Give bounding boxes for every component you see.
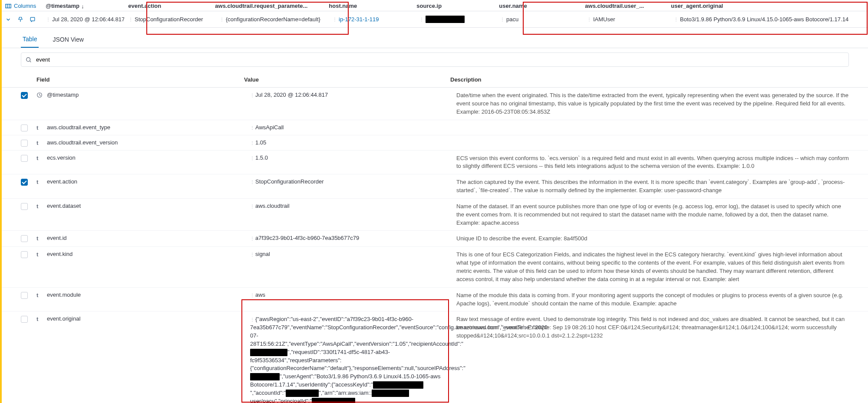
col-request[interactable]: aws.cloudtrail.request_paramete... — [211, 3, 324, 9]
col-action[interactable]: event.action — [124, 3, 211, 9]
field-desc — [456, 139, 849, 139]
field-value: ⋮aws — [250, 291, 456, 298]
header-value: Value — [244, 76, 450, 83]
grip-icon[interactable]: ⋮ — [129, 17, 133, 22]
details-header: Field Value Description — [2, 70, 868, 88]
field-name: @timestamp — [47, 91, 250, 98]
pin-icon[interactable] — [17, 16, 23, 23]
field-value: ⋮a7f39c23-9b01-4f3c-b960-7ea35b677c79 — [250, 234, 456, 241]
field-value: ⋮1.5.0 — [250, 154, 456, 161]
fields-list: @timestamp⋮Jul 28, 2020 @ 12:06:44.817Da… — [2, 88, 868, 311]
col-host[interactable]: host.name — [324, 3, 412, 9]
grip-icon[interactable]: ⋮ — [250, 156, 254, 161]
view-tabs: Table JSON View — [2, 30, 868, 48]
field-desc: Unique ID to describe the event. Example… — [456, 234, 849, 243]
grip-icon[interactable]: ⋮ — [220, 17, 224, 22]
field-row: tevent.module⋮awsName of the module this… — [2, 288, 868, 312]
checkbox[interactable] — [21, 179, 28, 186]
field-desc: Name of the module this data is coming f… — [456, 291, 849, 308]
col-timestamp[interactable]: @timestamp ↓ — [41, 3, 124, 9]
column-headers: @timestamp ↓ event.action aws.cloudtrail… — [41, 3, 868, 9]
grip-icon[interactable]: ⋮ — [250, 236, 254, 241]
field-name: event.original — [47, 315, 250, 322]
field-name: event.module — [47, 291, 250, 298]
type-date-icon — [36, 92, 43, 99]
cell-sourceip: ⋮ — [415, 16, 496, 23]
col-ctuser[interactable]: aws.cloudtrail.user_... — [581, 3, 667, 9]
field-row: @timestamp⋮Jul 28, 2020 @ 12:06:44.817Da… — [2, 88, 868, 120]
field-row: tevent.id⋮a7f39c23-9b01-4f3c-b960-7ea35b… — [2, 231, 868, 247]
field-name: ecs.version — [47, 154, 250, 161]
checkbox[interactable] — [21, 125, 28, 131]
svg-line-6 — [30, 61, 31, 62]
cell-ctuser: ⋮IAMUser — [583, 16, 670, 23]
search-input[interactable] — [36, 56, 844, 63]
data-cells: ⋮Jul 28, 2020 @ 12:06:44.817 ⋮StopConfig… — [42, 16, 868, 23]
grip-icon[interactable]: ⋮ — [250, 180, 254, 184]
tab-json[interactable]: JSON View — [51, 30, 85, 48]
field-desc — [456, 124, 849, 124]
checkbox[interactable] — [21, 140, 28, 147]
redacted-ip — [426, 16, 465, 23]
column-header-row: Columns @timestamp ↓ event.action aws.cl… — [2, 0, 868, 11]
grip-icon[interactable]: ⋮ — [250, 317, 254, 322]
field-value: ⋮aws.cloudtrail — [250, 202, 456, 209]
field-row: tevent.action⋮StopConfigurationRecorderT… — [2, 174, 868, 199]
field-desc: This is one of four ECS Categorization F… — [456, 250, 849, 283]
header-field: Field — [36, 76, 244, 83]
checkbox[interactable] — [21, 92, 28, 99]
grip-icon[interactable]: ⋮ — [674, 17, 678, 22]
field-name: aws.cloudtrail.event_version — [47, 139, 250, 146]
redacted — [250, 349, 287, 356]
redacted — [250, 373, 280, 380]
field-row-event-original: t event.original ⋮{"awsRegion":"us-east-… — [2, 311, 868, 403]
field-desc: Date/time when the event originated. Thi… — [456, 91, 849, 116]
field-name: event.id — [47, 234, 250, 241]
grip-icon[interactable]: ⋮ — [333, 17, 337, 22]
checkbox[interactable] — [21, 235, 28, 242]
type-text-icon: t — [36, 316, 43, 322]
checkbox[interactable] — [21, 316, 28, 323]
checkbox[interactable] — [21, 251, 28, 258]
col-ua[interactable]: user_agent.original — [667, 3, 868, 9]
cell-ua: ⋮Boto3/1.9.86 Python/3.6.9 Linux/4.15.0-… — [670, 16, 868, 23]
grip-icon[interactable]: ⋮ — [46, 17, 50, 22]
field-value: ⋮StopConfigurationRecorder — [250, 178, 456, 185]
svg-rect-0 — [6, 4, 11, 8]
host-link[interactable]: ip-172-31-1-119 — [339, 16, 379, 23]
grip-icon[interactable]: ⋮ — [250, 93, 254, 98]
grip-icon[interactable]: ⋮ — [250, 293, 254, 298]
checkbox[interactable] — [21, 203, 28, 210]
columns-button[interactable]: Columns — [5, 3, 41, 9]
grip-icon[interactable]: ⋮ — [250, 252, 254, 257]
col-source[interactable]: source.ip — [412, 3, 495, 9]
grip-icon[interactable]: ⋮ — [419, 17, 424, 22]
field-name: event.action — [47, 178, 250, 185]
notes-icon[interactable] — [30, 16, 36, 23]
cell-host: ⋮ip-172-31-1-119 — [328, 16, 415, 23]
grip-icon[interactable]: ⋮ — [250, 204, 254, 209]
field-value: ⋮Jul 28, 2020 @ 12:06:44.817 — [250, 91, 456, 98]
field-value: ⋮signal — [250, 250, 456, 257]
field-value-event-original: ⋮{"awsRegion":"us-east-2","eventID":"a7f… — [250, 315, 456, 403]
search-box[interactable] — [21, 52, 849, 67]
field-value: ⋮AwsApiCall — [250, 124, 456, 131]
grip-icon[interactable]: ⋮ — [500, 17, 505, 22]
field-name: event.dataset — [47, 202, 250, 209]
grip-icon[interactable]: ⋮ — [587, 17, 591, 22]
redacted — [312, 398, 355, 403]
checkbox[interactable] — [21, 155, 28, 162]
type-text-icon: t — [36, 292, 43, 298]
grip-icon[interactable]: ⋮ — [250, 141, 254, 145]
col-user[interactable]: user.name — [495, 3, 581, 9]
columns-label: Columns — [14, 3, 36, 9]
cell-user: ⋮pacu — [496, 16, 583, 23]
tab-table[interactable]: Table — [21, 30, 39, 48]
checkbox[interactable] — [21, 292, 28, 299]
field-desc: Name of the dataset. If an event source … — [456, 202, 849, 227]
type-text-icon: t — [36, 125, 43, 131]
type-text-icon: t — [36, 251, 43, 258]
grip-icon[interactable]: ⋮ — [250, 125, 254, 130]
expand-icon[interactable] — [5, 16, 11, 23]
columns-icon — [5, 3, 11, 9]
